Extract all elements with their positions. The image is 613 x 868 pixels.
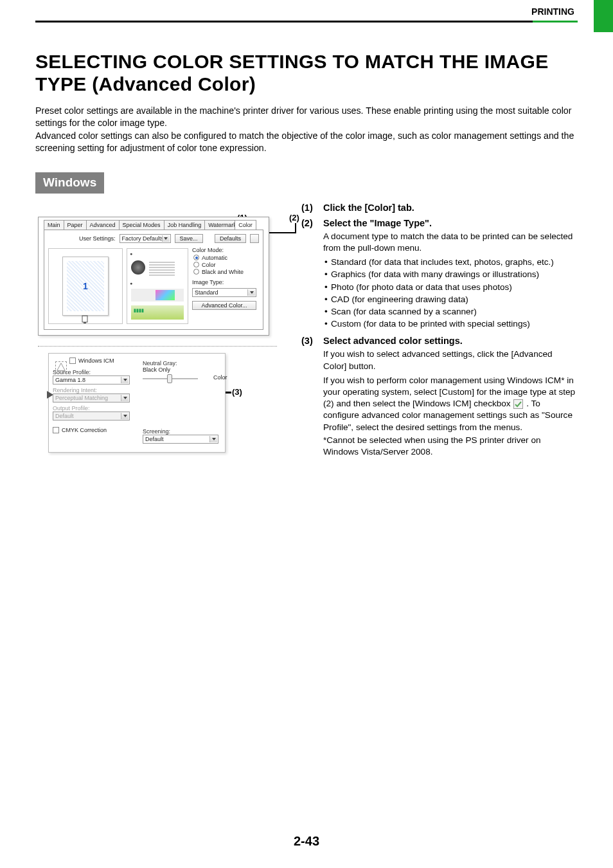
step-2-bullet-1: Graphics (for data with many drawings or… [323,269,578,280]
neutral-gray-left: Black Only [143,366,198,373]
radio-automatic-label: Automatic [202,255,227,261]
output-profile-label: Output Profile: [53,405,136,411]
chevron-down-icon [247,289,255,296]
chevron-down-icon [209,436,217,442]
advanced-color-button[interactable]: Advanced Color... [192,301,256,310]
tab-paper[interactable]: Paper [64,220,87,230]
callout-line-2a [295,223,296,232]
preview-page-number: 1 [83,281,88,291]
image-type-label: Image Type: [192,279,259,285]
chevron-down-icon [121,413,129,419]
help-button[interactable] [250,234,259,243]
user-settings-combo[interactable]: Factory Defaults [120,234,171,243]
save-button[interactable]: Save... [175,234,203,243]
step-2-bullet-0: Standard (for data that includes text, p… [323,257,578,268]
neutral-gray-right: Color [213,374,227,381]
advanced-color-button-label: Advanced Color... [201,302,247,309]
user-settings-value: Factory Defaults [122,235,164,242]
preview-page: 1 [62,257,109,316]
image-type-value: Standard [195,289,218,296]
color-sample-pane: ● ● ▮▮▮▮ [127,248,188,324]
step-1-num: (1) [301,203,317,213]
output-profile-value: Default [55,413,74,419]
step-1-title: Click the [Color] tab. [323,203,414,213]
radio-color-label: Color [202,262,216,268]
section-header: PRINTING [531,6,574,17]
user-settings-label: User Settings: [79,235,116,242]
checkbox-icon [513,399,523,409]
step-2-num: (2) [301,218,317,331]
chevron-down-icon [121,377,129,383]
color-tab-options: Color Mode: Automatic Color Black and Wh… [192,247,259,310]
tab-color[interactable]: Color [235,220,256,230]
neutral-gray-label: Neutral Gray: [143,360,220,366]
step-2-title: Select the "Image Type". [323,218,578,228]
svg-rect-1 [84,322,86,323]
svg-marker-2 [57,363,65,370]
step-2-bullet-4: Scan (for data scanned by a scanner) [323,306,578,318]
rendering-intent-value: Perceptual Matching [55,395,108,401]
rendering-intent-label: Rendering Intent: [53,387,136,393]
header-rule [35,21,578,23]
intro-p2: Advanced color settings can also be conf… [35,130,578,154]
neutral-gray-slider[interactable] [143,373,198,383]
page-number: 2-43 [0,834,613,849]
orientation-icon [80,314,90,325]
cmyk-correction-label: CMYK Correction [62,427,107,433]
step-2-bullet-5: Custom (for data to be printed with spec… [323,318,578,330]
os-label: Windows [35,172,104,194]
radio-color[interactable]: Color [193,262,259,268]
screening-label: Screening: [143,428,218,435]
preview-pane: 1 [48,248,123,324]
step-3-body-a: If you wish to select advanced settings,… [323,348,578,372]
color-mode-label: Color Mode: [192,247,259,253]
source-profile-combo[interactable]: Gamma 1.8 [53,375,130,384]
screening-value: Default [145,436,164,442]
output-profile-combo: Default [53,411,130,420]
windows-icm-label: Windows ICM [78,357,114,364]
step-3-num: (3) [301,336,317,458]
advanced-color-dialog: Windows ICM Source Profile: Gamma 1.8 Re… [48,353,226,453]
radio-bw-label: Black and White [202,269,244,275]
chevron-down-icon [121,395,129,401]
step-2-body: A document type to match the data to be … [323,231,578,254]
color-triangle-icon [55,361,67,373]
windows-icm-checkbox[interactable]: Windows ICM [69,357,114,364]
step-2-bullet-2: Photo (for photo data or data that uses … [323,282,578,293]
radio-automatic[interactable]: Automatic [193,255,259,261]
image-type-combo[interactable]: Standard [192,288,256,297]
screening-combo[interactable]: Default [143,435,218,444]
tab-advanced[interactable]: Advanced [86,220,120,230]
radio-bw[interactable]: Black and White [193,269,259,275]
defaults-button[interactable]: Defaults [215,234,246,243]
tab-watermark[interactable]: Watermark [204,220,235,230]
side-tab [594,0,613,32]
tab-main[interactable]: Main [44,220,64,230]
callout-2: (2) [289,213,299,222]
tab-special-modes[interactable]: Special Modes [119,220,164,230]
step-2-bullet-3: CAD (for engineering drawing data) [323,294,578,305]
chevron-down-icon [162,235,170,242]
page-title: SELECTING COLOR SETTINGS TO MATCH THE IM… [35,50,578,96]
svg-rect-0 [82,316,87,322]
intro-p1: Preset color settings are available in t… [35,105,578,129]
step-3-body-b: If you wish to perform color management … [323,375,578,433]
source-profile-value: Gamma 1.8 [55,377,85,383]
callout-3: (3) [232,387,242,397]
cmyk-correction-checkbox[interactable]: CMYK Correction [53,427,107,433]
rendering-intent-combo: Perceptual Matching [53,393,130,402]
step-3-title: Select advanced color settings. [323,336,578,346]
figure-divider [38,346,277,347]
tab-job-handling[interactable]: Job Handling [164,220,206,230]
printer-dialog-top: Main Paper Advanced Special Modes Job Ha… [38,217,269,336]
step-3-footnote: *Cannot be selected when using the PS pr… [323,435,578,458]
